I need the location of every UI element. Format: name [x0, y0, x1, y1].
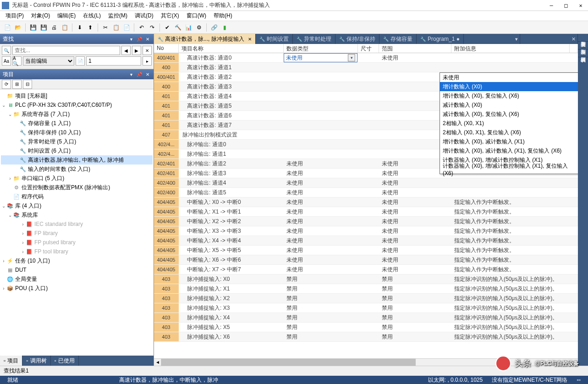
- maximize-button[interactable]: □: [561, 1, 572, 10]
- bottom-tab[interactable]: ▫调用树: [22, 356, 50, 366]
- cell-type[interactable]: 未使用: [284, 255, 358, 264]
- cell-type[interactable]: 禁用: [284, 284, 358, 293]
- menu-item[interactable]: 帮助(H): [211, 11, 235, 21]
- cell-type[interactable]: [284, 82, 358, 91]
- grid-row[interactable]: 403脉冲捕捉输入: X1禁用禁用指定脉冲识别的输入(50μs及以上的脉冲)。: [154, 284, 578, 294]
- tree-item[interactable]: ›📕IEC standard library: [1, 219, 153, 229]
- cell-type[interactable]: 未使用: [284, 236, 358, 245]
- tree-item[interactable]: 📄程序代码: [1, 192, 153, 201]
- grid-row[interactable]: 404/405中断输入: X0 -> 中断0未使用未使用指定输入作为中断触发。: [154, 197, 578, 207]
- menu-item[interactable]: 对象(O): [28, 11, 53, 21]
- copy-icon[interactable]: 📋: [111, 23, 121, 32]
- twisty-icon[interactable]: ⌄: [1, 103, 6, 108]
- scope-select[interactable]: 当前编辑: [23, 56, 74, 66]
- cell-type[interactable]: [284, 92, 358, 101]
- close-icon[interactable]: ✕: [144, 36, 151, 42]
- minimize-button[interactable]: —: [546, 1, 557, 10]
- tree-item[interactable]: ⌄🖥PLC (FP-XH 32k C30T/P,C40T,C60T/P): [1, 100, 153, 110]
- grid-row[interactable]: 403脉冲捕捉输入: X5禁用禁用指定脉冲识别的输入(50μs及以上的脉冲)。: [154, 323, 578, 332]
- print-icon[interactable]: 🖨: [49, 23, 59, 32]
- dropdown-item[interactable]: 增计数输入 (X0), 减计数输入 (X1): [440, 137, 578, 146]
- dropdown-item[interactable]: 增计数输入 (X0): [440, 82, 578, 91]
- tree-item[interactable]: 🔧异常时处理 (5 入口): [1, 137, 153, 146]
- dropdown-icon[interactable]: ▾: [128, 71, 134, 77]
- tree-item[interactable]: 🔧高速计数器,脉冲输出, 中断输入, 脉冲捕: [1, 155, 153, 165]
- cell-type[interactable]: [284, 111, 358, 120]
- grid-row[interactable]: 403脉冲捕捉输入: X4禁用禁用指定脉冲识别的输入(50μs及以上的脉冲)。: [154, 313, 578, 323]
- cell-type[interactable]: 未使用▾: [284, 53, 358, 62]
- go-icon[interactable]: ▸: [143, 56, 152, 66]
- run-icon[interactable]: ▮: [220, 23, 229, 32]
- dropdown-item[interactable]: 2相输入 (X0, X1), 复位输入 (X6): [440, 128, 578, 137]
- menu-item[interactable]: 窗口(W): [184, 11, 209, 21]
- cell-type[interactable]: [284, 140, 358, 149]
- col-range[interactable]: 范围: [379, 44, 451, 53]
- new-icon[interactable]: 📄: [3, 23, 12, 32]
- close-button[interactable]: ✕: [575, 1, 586, 10]
- document-tab[interactable]: 🔧Program_1 ●: [417, 34, 464, 44]
- tree-item[interactable]: ⌄📁系统寄存器 (7 入口): [1, 110, 153, 119]
- grid-row[interactable]: 404/405中断输入: X1 -> 中断1未使用未使用指定输入作为中断触发。: [154, 207, 578, 217]
- cell-type[interactable]: 禁用: [284, 294, 358, 303]
- type-combo[interactable]: 未使用▾: [284, 53, 357, 62]
- dropdown-item[interactable]: 减计数输入 (X0), 复位输入 (X6): [440, 110, 578, 119]
- close-tab-icon[interactable]: ✕: [248, 37, 252, 42]
- cell-type[interactable]: 禁用: [284, 303, 358, 313]
- upload-icon[interactable]: ⬆: [86, 23, 95, 32]
- close-icon[interactable]: ✕: [144, 71, 151, 77]
- tree-item[interactable]: ›📕FP pulsed library: [1, 238, 153, 247]
- menu-item[interactable]: 调试(D): [132, 11, 156, 21]
- dropdown-icon[interactable]: ▾: [128, 36, 134, 42]
- menu-item[interactable]: 在线(L): [80, 11, 104, 21]
- grid-row[interactable]: 404/405中断输入: X5 -> 中断5未使用未使用指定输入作为中断触发。: [154, 246, 578, 255]
- save-icon[interactable]: 💾: [28, 23, 38, 32]
- bottom-tab[interactable]: ▫项目: [0, 356, 22, 366]
- horizontal-scrollbar[interactable]: ◂: [154, 358, 578, 366]
- side-tab[interactable]: 指令列表: [578, 42, 588, 49]
- cell-type[interactable]: 未使用: [284, 265, 358, 274]
- side-tab[interactable]: 变量列表: [578, 34, 588, 42]
- twisty-icon[interactable]: ⌄: [7, 213, 13, 218]
- config-icon[interactable]: ⚙: [194, 23, 203, 32]
- chevron-down-icon[interactable]: ▾: [348, 54, 355, 61]
- collapse-icon[interactable]: ⊟: [23, 80, 32, 89]
- col-info[interactable]: 附加信息: [451, 44, 570, 53]
- cell-type[interactable]: 未使用: [284, 188, 358, 197]
- grid-row[interactable]: 400高速计数器: 通道1: [154, 63, 578, 72]
- prev-icon[interactable]: ◀: [121, 46, 131, 55]
- tree-item[interactable]: ›📦POU (1 入口): [1, 284, 153, 293]
- find-result-bar[interactable]: 查找结果1: [0, 366, 588, 376]
- preview-icon[interactable]: 📋: [60, 23, 69, 32]
- cell-type[interactable]: 未使用: [284, 159, 358, 168]
- twisty-icon[interactable]: ›: [7, 176, 13, 181]
- tree-item[interactable]: ›📕FP library: [1, 229, 153, 238]
- link-icon[interactable]: 🔗: [209, 23, 219, 32]
- check-icon[interactable]: ✔: [163, 23, 172, 32]
- grid-row[interactable]: 404/405中断输入: X3 -> 中断3未使用未使用指定输入作为中断触发。: [154, 226, 578, 236]
- page-input[interactable]: [86, 56, 141, 66]
- grid-row[interactable]: 402/400脉冲输出: 通道5未使用未使用: [154, 188, 578, 197]
- tree-item[interactable]: 🌐全局变量: [1, 274, 153, 284]
- project-tree[interactable]: 📁项目 [无标题]⌄🖥PLC (FP-XH 32k C30T/P,C40T,C6…: [0, 89, 154, 356]
- tree-item[interactable]: 📁项目 [无标题]: [1, 91, 153, 100]
- grid-row[interactable]: 404/405中断输入: X4 -> 中断4未使用未使用指定输入作为中断触发。: [154, 236, 578, 246]
- menu-item[interactable]: 项目(P): [3, 11, 27, 21]
- bottom-tab[interactable]: ▫已使用: [51, 356, 79, 366]
- cell-type[interactable]: [284, 101, 358, 110]
- grid-row[interactable]: 404/405中断输入: X7 -> 中断7未使用未使用指定输入作为中断触发。: [154, 265, 578, 274]
- tree-item[interactable]: ⌄📚系统库: [1, 210, 153, 219]
- clear-icon[interactable]: ✕: [143, 46, 152, 55]
- twisty-icon[interactable]: ›: [1, 258, 6, 263]
- twisty-icon[interactable]: ⌄: [7, 112, 13, 117]
- grid-row[interactable]: 403脉冲捕捉输入: X6禁用禁用指定脉冲识别的输入(50μs及以上的脉冲)。: [154, 332, 578, 342]
- tree-item[interactable]: ⌄📚库 (4 入口): [1, 201, 153, 210]
- tree-item[interactable]: 🔧输入的时间常数 (32 入口): [1, 165, 153, 174]
- col-size[interactable]: 尺寸: [358, 44, 379, 53]
- dropdown-item[interactable]: 减计数输入 (X0): [440, 100, 578, 110]
- cell-type[interactable]: 禁用: [284, 323, 358, 332]
- cell-type[interactable]: [284, 72, 358, 82]
- side-tab[interactable]: 模板列表: [578, 49, 588, 57]
- cell-type[interactable]: [284, 130, 358, 139]
- cell-type[interactable]: 未使用: [284, 226, 358, 236]
- menu-item[interactable]: 其它(X): [158, 11, 182, 21]
